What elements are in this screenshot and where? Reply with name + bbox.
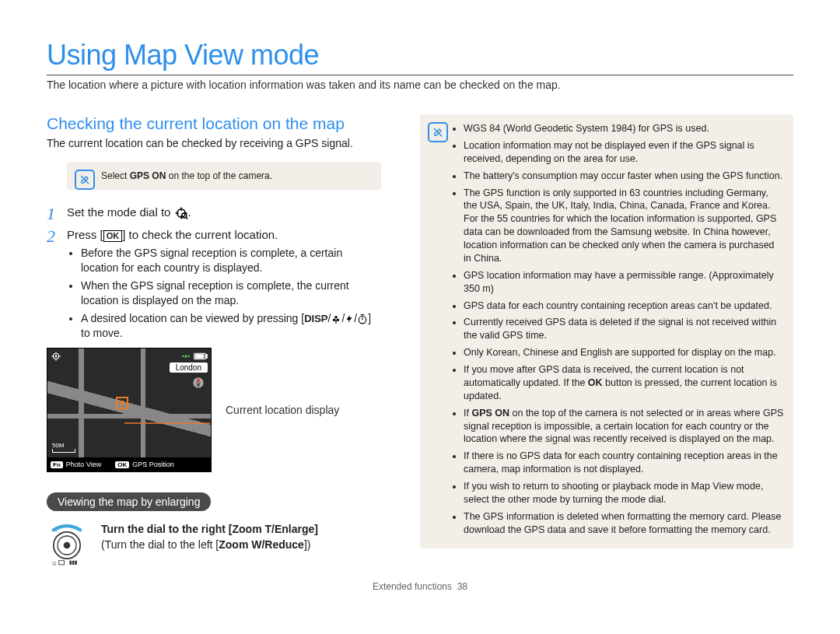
svg-rect-23 [206,355,208,359]
dial-line-1: Turn the dial to the right [Zoom T/Enlar… [101,522,318,538]
note-icon [428,122,448,142]
page-title: Using Map View mode [47,39,793,72]
intro-text: The location where a picture with locati… [47,79,793,91]
note-10: If GPS ON on the top of the camera is no… [464,407,784,447]
note-1: WGS 84 (World Geodetic System 1984) for … [464,122,784,135]
svg-line-6 [186,217,187,219]
svg-rect-26 [201,355,204,359]
note-2: Location information may not be displaye… [464,139,784,166]
svg-text:Q: Q [52,561,56,566]
note-6: GPS data for each country containing rec… [464,299,784,313]
dial-line-2: (Turn the dial to the left [Zoom W/Reduc… [101,538,318,553]
svg-point-18 [55,356,57,358]
note-text-post: on the top of the camera. [166,170,272,181]
flash-icon [345,313,354,324]
title-rule [47,75,793,75]
note-12: If you wish to return to shooting or pla… [464,480,784,506]
note-text-pre: Select [101,170,130,181]
step-2: Press [OK] to check the current location… [47,226,381,340]
section-heading: Checking the current location on the map [47,114,381,133]
svg-rect-20 [182,356,184,357]
map-scale: 50M [52,442,75,453]
timer-icon [357,313,368,324]
svg-point-9 [337,318,340,321]
note-4: The GPS function is only supported in 63… [464,187,784,265]
photo-view-label: Photo View [66,461,101,468]
svg-point-7 [335,316,338,319]
compass-icon [192,377,205,389]
svg-rect-24 [195,355,198,359]
section-body: The current location can be checked by r… [47,136,381,151]
step2-bullet-1: Before the GPS signal reception is compl… [81,246,381,275]
ok-button-icon: OK [103,230,123,242]
svg-rect-10 [336,320,337,324]
svg-rect-19 [185,356,187,358]
note-gps-on: Select GPS ON on the top of the camera. [67,162,381,190]
svg-point-8 [333,318,336,321]
note-text-bold: GPS ON [130,170,166,181]
battery-icon [194,352,208,360]
svg-rect-33 [59,561,65,565]
svg-rect-25 [198,355,201,359]
note-3: The battery's consumption may occur fast… [464,170,784,183]
zoom-dial-icon: Q [47,522,87,572]
note-5: GPS location information may have a perm… [464,269,784,296]
location-marker [116,397,128,409]
svg-rect-21 [188,356,191,357]
fn-tag: Fn [51,461,63,468]
svg-rect-36 [75,561,77,565]
ok-tag: OK [115,461,129,468]
note-13: The GPS information is deleted when form… [464,510,784,537]
svg-point-11 [359,316,366,323]
callout-label: Current location display [226,404,381,416]
step2-bullet-3: A desired location can be viewed by pres… [81,311,381,341]
gps-position-label: GPS Position [132,461,174,468]
note-icon [75,170,95,190]
svg-rect-35 [72,561,75,565]
page-footer: Extended functions 38 [47,581,793,592]
city-badge: London [170,363,208,373]
sub-heading: Viewing the map by enlarging [47,492,211,511]
disp-label: DISP [304,313,327,324]
flower-icon [331,313,341,324]
gps-target-icon [51,351,61,362]
mode-dial-icon [174,206,188,220]
svg-rect-34 [69,561,72,565]
step2-bullet-2: When the GPS signal reception is complet… [81,278,381,308]
satellite-icon [181,352,191,361]
map-preview: London 50M Fn Photo View OK GPS Pos [47,348,212,472]
step-1: Set the mode dial to . [47,204,381,220]
note-9: If you move after GPS data is received, … [464,363,784,403]
note-8: Only Korean, Chinese and English are sup… [464,346,784,359]
note-7: Currently received GPS data is deleted i… [464,316,784,342]
svg-point-31 [64,542,71,549]
right-note-box: WGS 84 (World Geodetic System 1984) for … [420,114,793,548]
note-11: If there is no GPS data for each country… [464,450,784,476]
